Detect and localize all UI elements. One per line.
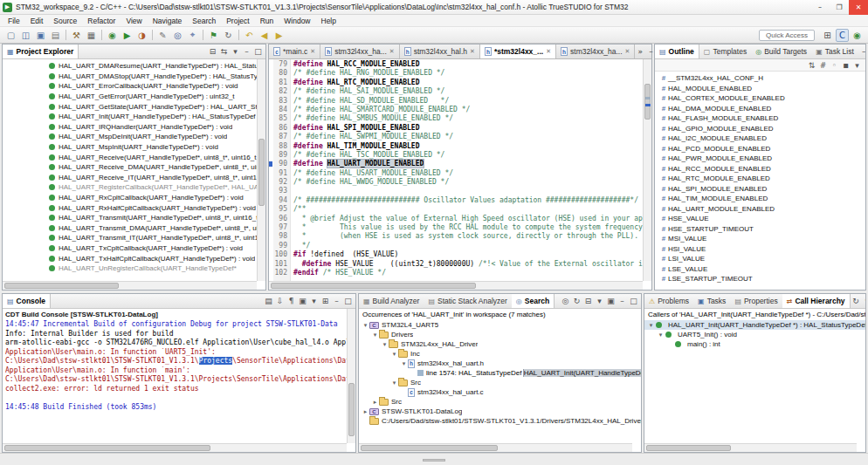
scroll-lock-icon[interactable]: ⇩ bbox=[274, 296, 286, 307]
tab-task-list[interactable]: ▣Task List bbox=[811, 44, 858, 58]
tree-item[interactable]: ▾Inc bbox=[359, 349, 641, 359]
view-menu-icon[interactable]: ▾ bbox=[851, 59, 863, 71]
maximize-icon[interactable]: □ bbox=[628, 296, 639, 307]
outline-item[interactable]: #HAL_RTC_MODULE_ENABLED bbox=[659, 174, 865, 184]
window-resize-grip[interactable] bbox=[423, 459, 445, 462]
run-icon[interactable]: ▶ bbox=[121, 29, 134, 42]
menu-item-refactor[interactable]: Refactor bbox=[82, 17, 121, 25]
save-all-icon[interactable]: ▣ bbox=[34, 29, 47, 42]
tree-item[interactable]: ▸Src bbox=[359, 397, 641, 407]
outline-item[interactable]: #HAL_UART_MODULE_ENABLED bbox=[659, 204, 865, 215]
menu-item-view[interactable]: View bbox=[121, 17, 147, 25]
project-explorer-item[interactable]: HAL_UART_TxHalfCpltCallback(UART_HandleT… bbox=[3, 253, 257, 263]
new-icon[interactable]: ▢ bbox=[4, 29, 17, 42]
project-explorer-hscrollbar[interactable] bbox=[3, 281, 257, 290]
tab-problems[interactable]: ⚠Problems bbox=[644, 294, 693, 308]
debug-icon[interactable]: ◉ bbox=[106, 29, 119, 42]
editor-tab-main-c[interactable]: c*main.c✕ bbox=[269, 44, 320, 58]
search-hscrollbar[interactable] bbox=[359, 443, 632, 452]
outline-item[interactable]: #LSE_VALUE bbox=[659, 264, 865, 275]
minimize-icon[interactable]: – bbox=[241, 46, 252, 58]
last-edit-icon[interactable]: ↶ bbox=[243, 29, 256, 42]
outline-item[interactable]: #HAL_CORTEX_MODULE_ENABLED bbox=[659, 93, 865, 104]
outline-item[interactable]: #HAL_TIM_MODULE_ENABLED bbox=[659, 194, 865, 204]
menu-item-edit[interactable]: Edit bbox=[25, 17, 49, 25]
project-explorer-vscrollbar[interactable] bbox=[257, 59, 265, 281]
console-hscrollbar[interactable] bbox=[3, 443, 347, 452]
outline-item[interactable]: #HSE_VALUE bbox=[659, 214, 865, 224]
tab-static-stack-analyzer[interactable]: ▤Static Stack Analyzer bbox=[424, 294, 511, 308]
tree-item[interactable]: ▾UART5_Init() : void bbox=[644, 330, 865, 339]
project-explorer-item[interactable]: HAL_UART_RxCpltCallback(UART_HandleTypeD… bbox=[3, 193, 257, 203]
new-wizard-icon[interactable]: ✎ bbox=[156, 29, 169, 42]
project-explorer-item[interactable]: HAL_UART_Init(UART_HandleTypeDef*) : HAL… bbox=[3, 112, 257, 122]
open-console-icon[interactable]: ⊞ bbox=[320, 296, 331, 307]
tab-properties[interactable]: ▤Properties bbox=[730, 294, 782, 308]
tab-templates[interactable]: ▢Templates bbox=[699, 44, 751, 58]
close-icon[interactable]: ✕ bbox=[470, 48, 475, 55]
tree-arrow[interactable]: ▾ bbox=[390, 380, 398, 386]
editor-hscrollbar[interactable] bbox=[269, 281, 643, 290]
history-icon[interactable]: ▾ bbox=[594, 296, 605, 307]
profile-icon[interactable]: ◑ bbox=[135, 29, 148, 42]
display-console-icon[interactable]: ▾ bbox=[308, 296, 320, 307]
tab-call-hierarchy[interactable]: ⇄Call Hierarchy bbox=[782, 294, 851, 308]
tree-arrow[interactable]: ▾ bbox=[390, 351, 398, 358]
tab-build-targets[interactable]: ◎Build Targets bbox=[751, 44, 811, 58]
outline-item[interactable]: #HAL_FLASH_MODULE_ENABLED bbox=[659, 113, 865, 124]
tab-outline[interactable]: ▤Outline bbox=[655, 44, 699, 58]
outline-item[interactable]: #LSE_STARTUP_TIMEOUT bbox=[659, 274, 865, 284]
call-hierarchy-hscrollbar[interactable] bbox=[644, 443, 857, 452]
editor-vscrollbar[interactable] bbox=[643, 59, 651, 281]
project-explorer-item[interactable]: HAL_UART_Transmit(UART_HandleTypeDef*, u… bbox=[3, 213, 257, 223]
refresh-icon[interactable]: ↻ bbox=[571, 296, 582, 307]
collapse-all-icon[interactable]: ⊟ bbox=[582, 296, 594, 307]
build-icon[interactable]: ⚒ bbox=[70, 29, 83, 42]
project-explorer-item[interactable]: HAL_UART_MspInit(UART_HandleTypeDef*) : … bbox=[3, 142, 257, 153]
project-explorer-item[interactable]: HAL_UART_Receive_DMA(UART_HandleTypeDef*… bbox=[3, 162, 257, 173]
debug-perspective-icon[interactable]: ◉ bbox=[851, 29, 864, 42]
link-with-editor-icon[interactable]: ⇆ bbox=[218, 46, 230, 58]
close-icon[interactable]: ✕ bbox=[389, 48, 395, 55]
project-explorer-item[interactable]: HAL_UART_GetState(UART_HandleTypeDef*) :… bbox=[3, 101, 257, 112]
print-icon[interactable]: ▤ bbox=[49, 29, 62, 42]
scrollbar-thumb[interactable] bbox=[361, 445, 498, 451]
close-button[interactable]: ✕ bbox=[849, 0, 868, 15]
tree-item[interactable]: main() : int bbox=[644, 339, 865, 349]
tree-item[interactable]: ▸CSTSW-STLKT01-DataLog bbox=[359, 407, 641, 416]
project-explorer-item[interactable]: HAL_UART_MspDeInit(UART_HandleTypeDef*) … bbox=[3, 132, 257, 142]
cpp-perspective-icon[interactable]: C bbox=[836, 29, 849, 42]
project-explorer-item[interactable]: HAL_UART_Receive(UART_HandleTypeDef*, ui… bbox=[3, 152, 257, 162]
build-all-icon[interactable]: ▦ bbox=[85, 29, 98, 42]
tree-item[interactable]: ▾STM32L4xx_HAL_Driver bbox=[359, 339, 641, 349]
menu-item-navigate[interactable]: Navigate bbox=[148, 17, 188, 25]
project-explorer-item[interactable]: HAL_UART_DMAStop(UART_HandleTypeDef*) : … bbox=[3, 72, 257, 82]
word-wrap-icon[interactable]: ¶ bbox=[286, 296, 297, 307]
project-explorer-item[interactable]: HAL_UART_IRQHandler(UART_HandleTypeDef*)… bbox=[3, 122, 257, 133]
menu-item-run[interactable]: Run bbox=[255, 17, 279, 25]
outline-item[interactable]: #HSE_STARTUP_TIMEOUT bbox=[659, 224, 865, 235]
tree-item[interactable]: ▾Drivers bbox=[359, 330, 641, 339]
outline-item[interactable]: #MSI_VALUE bbox=[659, 234, 865, 244]
tree-arrow[interactable]: ▾ bbox=[371, 332, 379, 338]
outline-item[interactable]: #HAL_RCC_MODULE_ENABLED bbox=[659, 164, 865, 174]
console-vscrollbar[interactable] bbox=[347, 309, 355, 443]
open-element-icon[interactable]: ⌖ bbox=[186, 29, 199, 42]
hide-macros-icon[interactable]: # bbox=[817, 59, 829, 71]
project-explorer-item[interactable]: HAL_UART_GetError(UART_HandleTypeDef*) :… bbox=[3, 92, 257, 102]
tree-item[interactable]: cstm32l4xx_hal_uart.c bbox=[359, 387, 641, 397]
tab-overflow-indicator[interactable]: » bbox=[635, 47, 645, 56]
flag-icon[interactable]: ⚑ bbox=[207, 29, 220, 42]
scrollbar-thumb[interactable] bbox=[271, 283, 476, 289]
maximize-icon[interactable]: □ bbox=[342, 296, 354, 307]
project-explorer-item[interactable]: HAL_UART_DMAResume(UART_HandleTypeDef*) … bbox=[3, 61, 257, 72]
hide-fields-icon[interactable]: ◦ bbox=[829, 59, 840, 71]
tree-arrow[interactable]: ▾ bbox=[400, 360, 408, 367]
tree-item[interactable]: ▾hstm32l4xx_hal_uart.h bbox=[359, 359, 641, 368]
outline-item[interactable]: #HAL_SPI_MODULE_ENABLED bbox=[659, 184, 865, 195]
scrollbar-thumb[interactable] bbox=[646, 445, 731, 451]
editor-tab-stm32l4xx-hal-h[interactable]: hstm32l4xx_hal.h✕ bbox=[400, 44, 480, 58]
project-explorer-item[interactable]: HAL_UART_UnRegisterCallback(UART_HandleT… bbox=[3, 263, 257, 274]
history-icon[interactable]: ▾ bbox=[862, 296, 865, 307]
run-search-icon[interactable]: ◎ bbox=[560, 296, 571, 307]
